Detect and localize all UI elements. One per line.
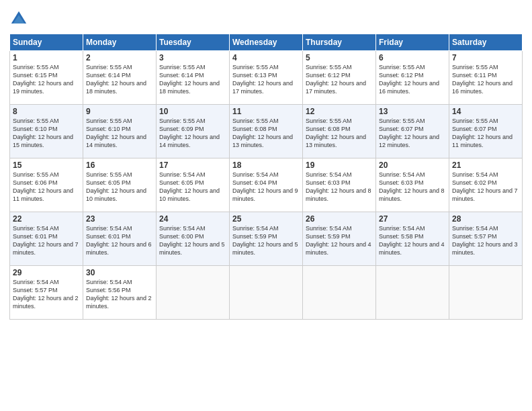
calendar-cell: 11Sunrise: 5:55 AMSunset: 6:08 PMDayligh… [230, 105, 303, 158]
calendar-cell: 8Sunrise: 5:55 AMSunset: 6:10 PMDaylight… [10, 105, 83, 158]
calendar-cell: 15Sunrise: 5:55 AMSunset: 6:06 PMDayligh… [10, 158, 83, 212]
day-number: 21 [452, 161, 519, 170]
calendar-header-sunday: Sunday [10, 34, 83, 51]
calendar-cell [230, 266, 303, 320]
calendar-cell: 25Sunrise: 5:54 AMSunset: 5:59 PMDayligh… [230, 212, 303, 266]
day-number: 6 [379, 53, 446, 62]
day-number: 18 [232, 161, 300, 170]
calendar-week-2: 8Sunrise: 5:55 AMSunset: 6:10 PMDaylight… [10, 105, 523, 158]
calendar-cell: 26Sunrise: 5:54 AMSunset: 5:59 PMDayligh… [303, 212, 376, 266]
calendar-table: SundayMondayTuesdayWednesdayThursdayFrid… [9, 34, 523, 320]
cell-info: Sunrise: 5:54 AMSunset: 6:05 PMDaylight:… [159, 171, 226, 203]
calendar-cell: 4Sunrise: 5:55 AMSunset: 6:13 PMDaylight… [230, 51, 303, 105]
calendar-cell [303, 266, 376, 320]
cell-info: Sunrise: 5:54 AMSunset: 6:03 PMDaylight:… [306, 171, 373, 203]
calendar-header-friday: Friday [376, 34, 449, 51]
day-number: 28 [452, 214, 519, 224]
calendar-header-monday: Monday [83, 34, 157, 51]
cell-info: Sunrise: 5:55 AMSunset: 6:06 PMDaylight:… [13, 171, 80, 203]
cell-info: Sunrise: 5:54 AMSunset: 5:56 PMDaylight:… [86, 278, 153, 311]
cell-info: Sunrise: 5:54 AMSunset: 6:01 PMDaylight:… [13, 224, 80, 257]
cell-info: Sunrise: 5:54 AMSunset: 6:03 PMDaylight:… [379, 171, 446, 203]
cell-info: Sunrise: 5:55 AMSunset: 6:10 PMDaylight:… [86, 117, 153, 150]
day-number: 14 [452, 107, 519, 116]
page-container: SundayMondayTuesdayWednesdayThursdayFrid… [0, 0, 532, 411]
calendar-cell: 7Sunrise: 5:55 AMSunset: 6:11 PMDaylight… [449, 51, 523, 105]
calendar-cell: 19Sunrise: 5:54 AMSunset: 6:03 PMDayligh… [303, 158, 376, 212]
cell-info: Sunrise: 5:54 AMSunset: 5:58 PMDaylight:… [379, 224, 446, 257]
cell-info: Sunrise: 5:55 AMSunset: 6:13 PMDaylight:… [232, 63, 300, 96]
calendar-cell [376, 266, 449, 320]
page-header [9, 7, 523, 28]
cell-info: Sunrise: 5:55 AMSunset: 6:14 PMDaylight:… [159, 63, 226, 96]
day-number: 12 [306, 107, 373, 116]
calendar-cell: 14Sunrise: 5:55 AMSunset: 6:07 PMDayligh… [449, 105, 523, 158]
calendar-week-3: 15Sunrise: 5:55 AMSunset: 6:06 PMDayligh… [10, 158, 523, 212]
cell-info: Sunrise: 5:55 AMSunset: 6:14 PMDaylight:… [86, 63, 153, 96]
calendar-cell: 28Sunrise: 5:54 AMSunset: 5:57 PMDayligh… [449, 212, 523, 266]
calendar-cell: 18Sunrise: 5:54 AMSunset: 6:04 PMDayligh… [230, 158, 303, 212]
cell-info: Sunrise: 5:55 AMSunset: 6:11 PMDaylight:… [452, 63, 519, 96]
cell-info: Sunrise: 5:55 AMSunset: 6:10 PMDaylight:… [13, 117, 80, 150]
calendar-cell: 20Sunrise: 5:54 AMSunset: 6:03 PMDayligh… [376, 158, 449, 212]
day-number: 22 [13, 214, 80, 224]
cell-info: Sunrise: 5:55 AMSunset: 6:12 PMDaylight:… [306, 63, 373, 96]
day-number: 17 [159, 161, 226, 170]
calendar-cell: 2Sunrise: 5:55 AMSunset: 6:14 PMDaylight… [83, 51, 157, 105]
calendar-cell: 6Sunrise: 5:55 AMSunset: 6:12 PMDaylight… [376, 51, 449, 105]
cell-info: Sunrise: 5:54 AMSunset: 5:59 PMDaylight:… [232, 224, 300, 257]
cell-info: Sunrise: 5:54 AMSunset: 6:00 PMDaylight:… [159, 224, 226, 257]
day-number: 4 [232, 53, 300, 62]
day-number: 9 [86, 107, 153, 116]
day-number: 11 [232, 107, 300, 116]
day-number: 16 [86, 161, 153, 170]
calendar-cell: 5Sunrise: 5:55 AMSunset: 6:12 PMDaylight… [303, 51, 376, 105]
calendar-cell: 1Sunrise: 5:55 AMSunset: 6:15 PMDaylight… [10, 51, 83, 105]
day-number: 30 [86, 268, 153, 277]
logo [9, 9, 30, 28]
calendar-cell: 10Sunrise: 5:55 AMSunset: 6:09 PMDayligh… [157, 105, 230, 158]
day-number: 10 [159, 107, 226, 116]
calendar-cell [449, 266, 523, 320]
cell-info: Sunrise: 5:54 AMSunset: 6:04 PMDaylight:… [232, 171, 300, 203]
day-number: 20 [379, 161, 446, 170]
cell-info: Sunrise: 5:55 AMSunset: 6:09 PMDaylight:… [159, 117, 226, 150]
calendar-cell: 3Sunrise: 5:55 AMSunset: 6:14 PMDaylight… [157, 51, 230, 105]
calendar-header-wednesday: Wednesday [230, 34, 303, 51]
cell-info: Sunrise: 5:55 AMSunset: 6:08 PMDaylight:… [306, 117, 373, 150]
calendar-cell: 9Sunrise: 5:55 AMSunset: 6:10 PMDaylight… [83, 105, 157, 158]
day-number: 7 [452, 53, 519, 62]
calendar-cell: 22Sunrise: 5:54 AMSunset: 6:01 PMDayligh… [10, 212, 83, 266]
calendar-cell: 24Sunrise: 5:54 AMSunset: 6:00 PMDayligh… [157, 212, 230, 266]
calendar-week-1: 1Sunrise: 5:55 AMSunset: 6:15 PMDaylight… [10, 51, 523, 105]
logo-icon [9, 9, 28, 28]
calendar-cell: 13Sunrise: 5:55 AMSunset: 6:07 PMDayligh… [376, 105, 449, 158]
day-number: 27 [379, 214, 446, 224]
calendar-cell: 29Sunrise: 5:54 AMSunset: 5:57 PMDayligh… [10, 266, 83, 320]
cell-info: Sunrise: 5:54 AMSunset: 5:59 PMDaylight:… [306, 224, 373, 257]
day-number: 24 [159, 214, 226, 224]
day-number: 23 [86, 214, 153, 224]
calendar-cell: 27Sunrise: 5:54 AMSunset: 5:58 PMDayligh… [376, 212, 449, 266]
calendar-header-thursday: Thursday [303, 34, 376, 51]
day-number: 25 [232, 214, 300, 224]
calendar-header-saturday: Saturday [449, 34, 523, 51]
cell-info: Sunrise: 5:55 AMSunset: 6:08 PMDaylight:… [232, 117, 300, 150]
cell-info: Sunrise: 5:55 AMSunset: 6:07 PMDaylight:… [379, 117, 446, 150]
calendar-cell: 30Sunrise: 5:54 AMSunset: 5:56 PMDayligh… [83, 266, 157, 320]
cell-info: Sunrise: 5:55 AMSunset: 6:12 PMDaylight:… [379, 63, 446, 96]
calendar-cell: 21Sunrise: 5:54 AMSunset: 6:02 PMDayligh… [449, 158, 523, 212]
day-number: 13 [379, 107, 446, 116]
day-number: 1 [13, 53, 80, 62]
cell-info: Sunrise: 5:55 AMSunset: 6:15 PMDaylight:… [13, 63, 80, 96]
day-number: 8 [13, 107, 80, 116]
calendar-week-5: 29Sunrise: 5:54 AMSunset: 5:57 PMDayligh… [10, 266, 523, 320]
calendar-cell: 23Sunrise: 5:54 AMSunset: 6:01 PMDayligh… [83, 212, 157, 266]
calendar-header-tuesday: Tuesday [157, 34, 230, 51]
day-number: 29 [13, 268, 80, 277]
calendar-cell: 17Sunrise: 5:54 AMSunset: 6:05 PMDayligh… [157, 158, 230, 212]
cell-info: Sunrise: 5:54 AMSunset: 5:57 PMDaylight:… [452, 224, 519, 257]
calendar-cell [157, 266, 230, 320]
calendar-cell: 12Sunrise: 5:55 AMSunset: 6:08 PMDayligh… [303, 105, 376, 158]
day-number: 2 [86, 53, 153, 62]
